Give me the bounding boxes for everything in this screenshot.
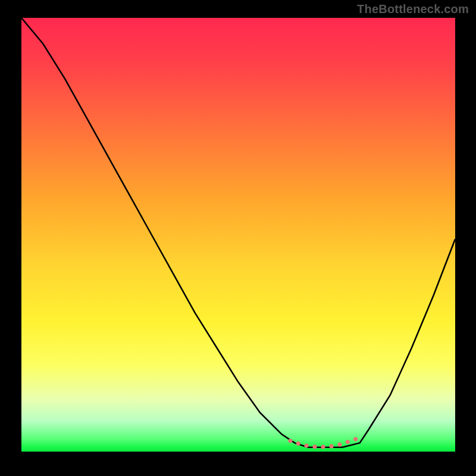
chart-curve-line xyxy=(21,18,455,447)
chart-overlay xyxy=(21,18,455,452)
chart-plot-area xyxy=(21,18,455,452)
watermark-text: TheBottleneck.com xyxy=(357,2,469,16)
